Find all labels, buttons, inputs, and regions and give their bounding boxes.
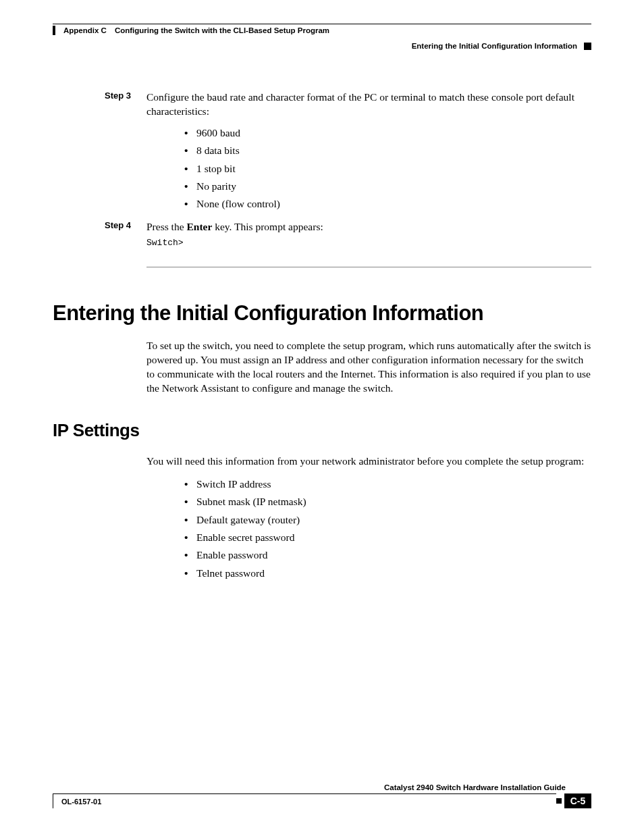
- step-4: Step 4 Press the Enter key. This prompt …: [53, 220, 591, 234]
- paragraph: You will need this information from your…: [146, 454, 591, 469]
- page-footer: Catalyst 2940 Switch Hardware Installati…: [53, 783, 591, 808]
- footer-doc-id: OL-6157-01: [57, 793, 556, 808]
- footer-corner-icon: [53, 793, 57, 808]
- document-page: Appendix C Configuring the Switch with t…: [0, 0, 644, 834]
- footer-bar: OL-6157-01 C-5: [53, 793, 591, 808]
- text-post: key. This prompt appears:: [212, 221, 323, 232]
- heading-2: IP Settings: [53, 420, 591, 441]
- step-text: Configure the baud rate and character fo…: [146, 90, 591, 119]
- text-pre: Press the: [146, 221, 186, 232]
- running-header: Appendix C Configuring the Switch with t…: [53, 26, 591, 35]
- ip-bullets: Switch IP address Subnet mask (IP netmas…: [184, 475, 591, 582]
- list-item: None (flow control): [184, 195, 591, 213]
- list-item: Enable secret password: [184, 529, 591, 546]
- step-label: Step 3: [105, 90, 146, 119]
- chapter-title: Configuring the Switch with the CLI-Base…: [115, 26, 329, 34]
- list-item: 9600 baud: [184, 124, 591, 142]
- step3-bullets: 9600 baud 8 data bits 1 stop bit No pari…: [184, 124, 591, 213]
- list-item: Subnet mask (IP netmask): [184, 493, 591, 511]
- list-item: Switch IP address: [184, 475, 591, 493]
- code-prompt: Switch>: [146, 238, 591, 248]
- list-item: Enable password: [184, 546, 591, 564]
- page-number: C-5: [564, 793, 591, 808]
- section-divider: [146, 267, 591, 267]
- text-bold: Enter: [186, 221, 212, 232]
- step-label: Step 4: [105, 220, 146, 234]
- appendix-label: Appendix C: [63, 26, 107, 34]
- step-3: Step 3 Configure the baud rate and chara…: [53, 90, 591, 119]
- list-item: Telnet password: [184, 565, 591, 582]
- footer-square-icon: [556, 798, 562, 804]
- section-title: Entering the Initial Configuration Infor…: [412, 42, 577, 50]
- footer-guide-title: Catalyst 2940 Switch Hardware Installati…: [53, 783, 591, 791]
- step-text: Press the Enter key. This prompt appears…: [146, 220, 323, 234]
- header-rule: [53, 24, 591, 24]
- section-header: Entering the Initial Configuration Infor…: [53, 42, 591, 50]
- heading-1: Entering the Initial Configuration Infor…: [53, 301, 591, 325]
- list-item: No parity: [184, 178, 591, 195]
- list-item: 8 data bits: [184, 142, 591, 159]
- list-item: 1 stop bit: [184, 160, 591, 178]
- header-bar-icon: [53, 26, 55, 35]
- section-marker-icon: [584, 43, 591, 50]
- main-content: Step 3 Configure the baud rate and chara…: [53, 90, 591, 582]
- list-item: Default gateway (router): [184, 511, 591, 529]
- paragraph: To set up the switch, you need to comple…: [146, 339, 591, 396]
